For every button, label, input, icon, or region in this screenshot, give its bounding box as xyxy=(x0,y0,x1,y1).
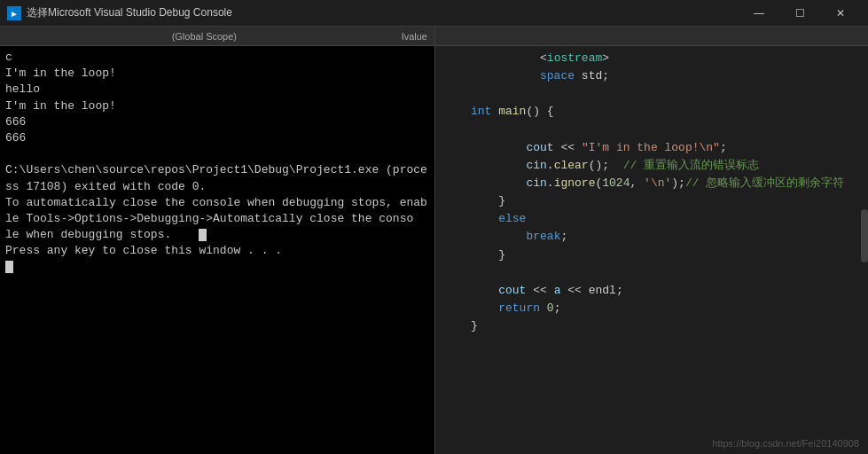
console-toolbar: (Global Scope) Ivalue xyxy=(0,27,434,46)
code-line: } xyxy=(435,247,868,264)
watermark: https://blog.csdn.net/Fei20140908 xyxy=(712,438,859,449)
code-line: <iostream> xyxy=(435,50,868,67)
code-line: cin.clear(); // 重置输入流的错误标志 xyxy=(435,157,868,175)
code-line xyxy=(435,264,868,282)
console-line: 666 xyxy=(5,114,429,130)
console-output: c I'm in the loop! hello I'm in the loop… xyxy=(0,46,434,454)
code-toolbar xyxy=(435,27,868,46)
code-line: cout << "I'm in the loop!\n"; xyxy=(435,139,868,157)
console-line: 666 xyxy=(5,130,429,146)
window-title: 选择Microsoft Visual Studio Debug Console xyxy=(27,5,739,20)
console-line: I'm in the loop! xyxy=(5,66,429,82)
console-line: hello xyxy=(5,82,429,98)
svg-text:►: ► xyxy=(10,9,19,19)
code-line xyxy=(435,85,868,103)
cursor-block xyxy=(5,261,13,273)
scrollbar-track[interactable] xyxy=(861,46,868,454)
console-line: c xyxy=(5,50,429,66)
window-controls: — ☐ ✕ xyxy=(739,0,861,27)
maximize-button[interactable]: ☐ xyxy=(779,0,820,27)
ivalue-label: Ivalue xyxy=(402,31,427,42)
code-line: } xyxy=(435,317,868,335)
console-info-line2: le when debugging stops. xyxy=(5,227,429,243)
code-panel: <iostream> space std; int main() { xyxy=(434,27,868,454)
scrollbar-thumb[interactable] xyxy=(861,209,868,262)
code-line: return 0; xyxy=(435,300,868,317)
cursor xyxy=(199,229,207,241)
console-path-line: C:\Users\chen\source\repos\Project1\Debu… xyxy=(5,162,429,194)
close-button[interactable]: ✕ xyxy=(820,0,861,27)
console-line: I'm in the loop! xyxy=(5,98,429,114)
scope-label: (Global Scope) xyxy=(172,31,237,42)
code-line: else xyxy=(435,210,868,228)
console-panel: (Global Scope) Ivalue c I'm in the loop!… xyxy=(0,27,434,454)
code-line: break; xyxy=(435,228,868,246)
console-info-line: To automatically close the console when … xyxy=(5,195,429,227)
code-line: cout << a << endl; xyxy=(435,282,868,300)
main-area: (Global Scope) Ivalue c I'm in the loop!… xyxy=(0,27,868,454)
code-content: <iostream> space std; int main() { xyxy=(435,46,868,454)
console-press-line: Press any key to close this window . . . xyxy=(5,243,429,259)
console-line xyxy=(5,146,429,162)
console-cursor-line xyxy=(5,259,429,275)
code-line: cin.ignore(1024, '\n');// 忽略输入缓冲区的剩余字符 xyxy=(435,175,868,192)
code-line: int main() { xyxy=(435,103,868,121)
code-line: } xyxy=(435,192,868,210)
title-bar: ► 选择Microsoft Visual Studio Debug Consol… xyxy=(0,0,868,27)
code-line: space std; xyxy=(435,67,868,85)
code-line xyxy=(435,121,868,139)
minimize-button[interactable]: — xyxy=(739,0,779,27)
app-icon: ► xyxy=(7,6,21,20)
